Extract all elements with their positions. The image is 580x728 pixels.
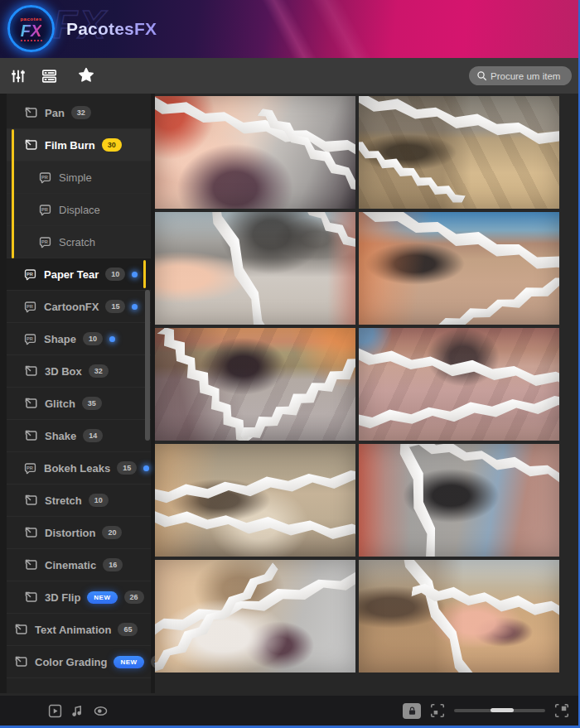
sidebar-item-label: Distortion (45, 527, 95, 539)
svg-text:PR: PR (27, 272, 33, 277)
sidebar-item-label: Pan (45, 107, 65, 119)
video-thumbnail[interactable] (359, 212, 559, 325)
sidebar-item-3d-box[interactable]: 3D Box 32 (7, 355, 151, 388)
paper-tear-overlay (359, 386, 559, 432)
app-logo: pacotes FX (7, 5, 55, 52)
sidebar-item-label: Shake (45, 430, 76, 442)
paper-tear-overlay (434, 244, 559, 325)
sidebar-item-stretch[interactable]: Stretch 10 (7, 485, 151, 517)
sidebar-scrollbar[interactable] (145, 290, 150, 441)
sliders-icon[interactable] (10, 68, 27, 84)
sidebar-item-3d-flip[interactable]: 3D Flip NEW 26 (7, 581, 151, 614)
svg-text:PR: PR (41, 175, 48, 180)
paper-tear-overlay (236, 346, 355, 441)
video-thumbnail[interactable] (359, 444, 559, 557)
sidebar-item-cinematic[interactable]: Cinematic 16 (7, 549, 151, 581)
count-badge-active: 30 (102, 138, 122, 152)
app-window: pacotes FX FX PacotesFX (0, 0, 580, 728)
thumbnail-grid (155, 96, 559, 673)
pr-file-icon: PR (38, 235, 52, 249)
sidebar-subitem-scratch[interactable]: PR Scratch (7, 226, 151, 258)
folder-export-icon (23, 590, 38, 605)
logo-brand-text: pacotes (20, 17, 41, 22)
svg-text:PR: PR (27, 336, 33, 341)
selected-item-indicator (143, 260, 146, 288)
folder-export-icon (23, 396, 38, 411)
folder-export-icon (23, 525, 38, 540)
sidebar-item-cartoonfx[interactable]: PR CartoonFX 15 (7, 291, 151, 323)
paper-tear-overlay (365, 444, 475, 557)
favorites-star-icon[interactable] (76, 66, 96, 85)
video-thumbnail[interactable] (155, 560, 355, 673)
svg-text:PR: PR (41, 239, 48, 244)
paper-tear-overlay (155, 96, 355, 176)
preview-area (155, 94, 578, 693)
folder-export-icon (13, 622, 28, 637)
logo-decoration (21, 40, 42, 41)
thumbnail-size-controls (403, 696, 570, 726)
sidebar: Pan 32 Film Burn 30 PR Simple PR Displac… (7, 94, 151, 693)
sidebar-subitem-label: Scratch (59, 236, 95, 248)
lock-icon[interactable] (403, 703, 421, 719)
folder-export-icon (23, 105, 38, 120)
thumbnails-large-icon[interactable] (553, 702, 570, 719)
list-view-icon[interactable] (41, 68, 58, 84)
sidebar-item-pan[interactable]: Pan 32 (7, 97, 151, 129)
sidebar-subitem-displace[interactable]: PR Displace (7, 194, 151, 226)
update-dot (132, 304, 138, 310)
count-badge: 26 (124, 591, 144, 604)
folder-export-icon (13, 654, 28, 669)
sidebar-item-label: Shape (44, 333, 76, 345)
visibility-toggle-icon[interactable] (92, 703, 109, 719)
thumbnail-size-slider[interactable] (454, 704, 545, 717)
new-badge: NEW (87, 591, 117, 604)
sidebar-item-distortion[interactable]: Distortion 20 (7, 517, 151, 549)
count-badge: 10 (105, 268, 125, 281)
sidebar-item-shake[interactable]: Shake 14 (7, 420, 151, 452)
video-preview-icon[interactable] (47, 703, 63, 719)
sidebar-item-paper-tear[interactable]: PR Paper Tear 10 (7, 258, 151, 291)
pr-file-icon: PR (38, 203, 52, 217)
update-dot (109, 336, 115, 342)
sidebar-item-shape[interactable]: PR Shape 10 (7, 323, 151, 355)
sidebar-item-label: Color Grading (35, 656, 107, 668)
sidebar-item-label: Paper Tear (44, 268, 99, 281)
sidebar-item-glitch[interactable]: Glitch 35 (7, 388, 151, 420)
sidebar-item-text-animation[interactable]: Text Animation 65 (7, 614, 151, 646)
update-dot (143, 465, 149, 471)
search-icon (476, 70, 487, 81)
search-box[interactable] (469, 66, 572, 85)
audio-icon[interactable] (70, 703, 85, 719)
video-thumbnail[interactable] (359, 560, 559, 673)
sidebar-item-label: Cinematic (45, 559, 96, 571)
thumbnail-size-slider-thumb[interactable] (491, 708, 514, 712)
sidebar-item-bokeh-leaks[interactable]: PR Bokeh Leaks 15 (7, 452, 151, 485)
folder-export-icon (23, 137, 38, 152)
video-thumbnail[interactable] (155, 212, 355, 325)
sidebar-item-color-grading[interactable]: Color Grading NEW 117 (7, 646, 151, 678)
folder-export-icon (23, 428, 38, 443)
sidebar-item-label: 3D Box (45, 365, 82, 378)
pr-file-icon: PR (23, 300, 37, 314)
paper-tear-overlay (155, 560, 283, 673)
sidebar-subitem-simple[interactable]: PR Simple (7, 162, 151, 194)
video-thumbnail[interactable] (359, 96, 559, 209)
count-badge: 15 (105, 300, 125, 313)
thumbnails-small-icon[interactable] (429, 702, 446, 719)
count-badge: 65 (118, 623, 138, 636)
search-input[interactable] (491, 71, 567, 81)
count-badge: 20 (102, 526, 122, 539)
paper-tear-overlay (155, 560, 355, 639)
count-badge: 14 (83, 429, 103, 442)
video-thumbnail[interactable] (359, 328, 559, 441)
pr-file-icon: PR (23, 268, 37, 282)
active-group-indicator (12, 129, 14, 258)
page-title: PacotesFX (66, 19, 157, 39)
sidebar-item-label: Bokeh Leaks (44, 462, 110, 475)
video-thumbnail[interactable] (155, 444, 355, 557)
video-thumbnail[interactable] (155, 96, 355, 209)
video-thumbnail[interactable] (155, 328, 355, 441)
count-badge: 32 (71, 106, 91, 119)
svg-text:PR: PR (27, 304, 33, 309)
sidebar-item-film-burn[interactable]: Film Burn 30 (7, 129, 151, 162)
